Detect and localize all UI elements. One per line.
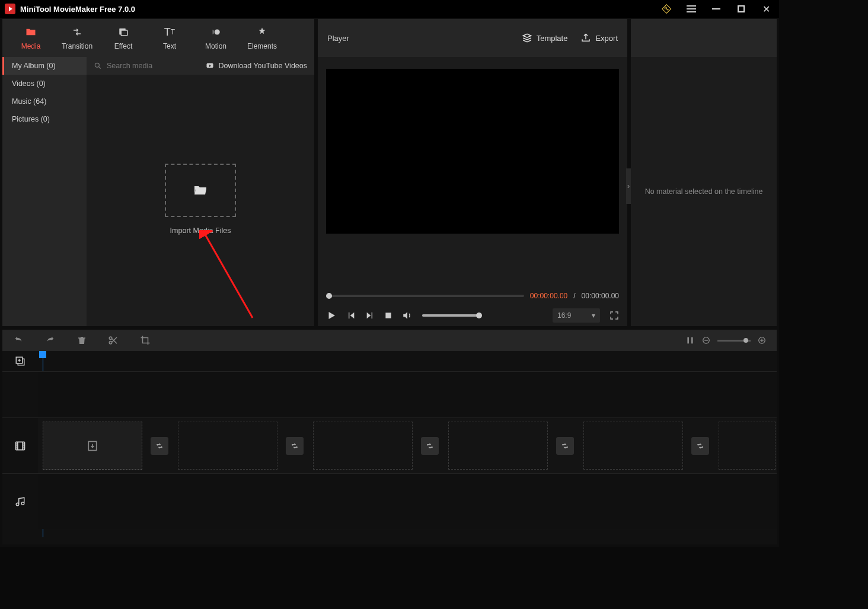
export-icon <box>580 33 591 43</box>
tab-label: Transition <box>62 42 92 50</box>
svg-line-5 <box>204 232 253 318</box>
export-button[interactable]: Export <box>580 33 618 43</box>
transition-slot[interactable] <box>421 437 439 455</box>
sidebar-item-pictures[interactable]: Pictures (0) <box>2 110 87 128</box>
zoom-fit-button[interactable] <box>685 336 695 345</box>
zoom-in-button[interactable] <box>758 336 766 345</box>
tab-text[interactable]: TT Text <box>147 23 192 53</box>
zoom-out-button[interactable] <box>702 336 710 345</box>
elements-icon <box>256 25 268 39</box>
timeline-ruler[interactable] <box>38 351 777 371</box>
chevron-down-icon: ▾ <box>592 311 595 320</box>
tab-effect[interactable]: Effect <box>101 23 146 53</box>
sidebar-item-label: Videos (0) <box>12 79 46 88</box>
svg-rect-10 <box>691 337 693 344</box>
volume-button[interactable] <box>402 310 413 321</box>
time-duration: 00:00:00.00 <box>582 292 619 300</box>
transition-slot[interactable] <box>556 437 574 455</box>
upgrade-key-button[interactable]: ⚿ <box>658 1 675 17</box>
tab-label: Effect <box>114 42 132 50</box>
download-youtube-button[interactable]: Download YouTube Videos <box>205 62 307 70</box>
tab-motion[interactable]: Motion <box>193 23 238 53</box>
transition-slot[interactable] <box>286 437 304 455</box>
template-button[interactable]: Template <box>522 33 568 43</box>
sidebar-item-music[interactable]: Music (64) <box>2 93 87 110</box>
clip-slot[interactable] <box>43 422 142 470</box>
film-icon <box>14 440 26 452</box>
template-label: Template <box>537 34 568 43</box>
sidebar-item-label: Music (64) <box>12 97 46 106</box>
minimize-button[interactable] <box>708 1 725 17</box>
clip-slot[interactable] <box>313 422 413 470</box>
tab-transition[interactable]: Transition <box>55 23 100 53</box>
aspect-ratio-select[interactable]: 16:9 ▾ <box>553 308 600 323</box>
svg-point-2 <box>215 30 220 35</box>
tab-label: Elements <box>247 42 277 50</box>
import-media-dropzone[interactable] <box>165 164 236 217</box>
sidebar-item-my-album[interactable]: My Album (0) <box>2 57 87 75</box>
download-youtube-label: Download YouTube Videos <box>219 62 307 70</box>
player-viewport[interactable] <box>326 69 619 234</box>
audio-track[interactable] <box>38 473 777 529</box>
search-input[interactable] <box>107 62 178 70</box>
time-current: 00:00:00.00 <box>530 292 567 300</box>
clip-slot[interactable] <box>719 422 776 470</box>
tab-label: Media <box>21 42 41 50</box>
export-label: Export <box>595 34 618 43</box>
clip-slot[interactable] <box>583 422 683 470</box>
video-track[interactable] <box>38 417 777 473</box>
player-title: Player <box>327 34 349 43</box>
zoom-slider[interactable] <box>717 340 751 342</box>
clip-slot[interactable] <box>448 422 548 470</box>
transition-slot[interactable] <box>691 437 709 455</box>
delete-button[interactable] <box>77 335 87 346</box>
inspector-collapse-toggle[interactable]: › <box>626 168 631 204</box>
volume-slider[interactable] <box>422 314 479 317</box>
next-frame-button[interactable] <box>365 311 375 320</box>
prev-frame-button[interactable] <box>346 311 356 320</box>
app-title: MiniTool MovieMaker Free 7.0.0 <box>20 5 135 14</box>
svg-point-7 <box>109 337 112 340</box>
svg-point-3 <box>95 63 99 67</box>
effect-icon <box>117 25 129 39</box>
svg-rect-1 <box>121 30 127 36</box>
close-button[interactable]: ✕ <box>758 1 774 17</box>
crop-button[interactable] <box>140 335 151 346</box>
import-media-label: Import Media Files <box>170 227 231 235</box>
seek-slider[interactable] <box>326 295 524 297</box>
svg-rect-6 <box>385 313 391 318</box>
redo-button[interactable] <box>45 335 56 346</box>
app-logo-icon <box>5 4 15 14</box>
tab-media[interactable]: Media <box>8 23 53 53</box>
transition-slot[interactable] <box>151 437 168 455</box>
sidebar-item-videos[interactable]: Videos (0) <box>2 75 87 93</box>
template-icon <box>522 33 532 43</box>
hamburger-menu-button[interactable] <box>683 1 700 17</box>
text-track[interactable] <box>38 371 777 417</box>
inspector-header <box>631 19 777 57</box>
text-icon: TT <box>164 25 175 39</box>
undo-button[interactable] <box>13 335 24 346</box>
clip-slot[interactable] <box>178 422 277 470</box>
tab-elements[interactable]: Elements <box>240 23 285 53</box>
svg-rect-9 <box>687 337 689 344</box>
play-button[interactable] <box>326 310 337 321</box>
stop-button[interactable] <box>384 311 392 320</box>
sidebar-item-label: Pictures (0) <box>12 115 50 123</box>
sidebar-item-label: My Album (0) <box>12 62 56 70</box>
maximize-button[interactable] <box>733 1 749 17</box>
annotation-arrow <box>199 230 259 319</box>
video-track-header <box>2 417 38 473</box>
titlebar: MiniTool MovieMaker Free 7.0.0 ⚿ ✕ <box>0 0 779 18</box>
split-button[interactable] <box>108 335 119 346</box>
audio-track-header <box>2 473 38 529</box>
tab-label: Motion <box>205 42 226 50</box>
music-note-icon <box>15 496 25 507</box>
folder-open-icon <box>192 183 209 197</box>
media-category-sidebar: My Album (0) Videos (0) Music (64) Pictu… <box>2 57 87 326</box>
add-track-button[interactable] <box>15 356 25 366</box>
transition-icon <box>71 25 84 39</box>
tab-label: Text <box>163 42 176 50</box>
motion-icon <box>209 25 222 39</box>
fullscreen-button[interactable] <box>609 311 619 320</box>
